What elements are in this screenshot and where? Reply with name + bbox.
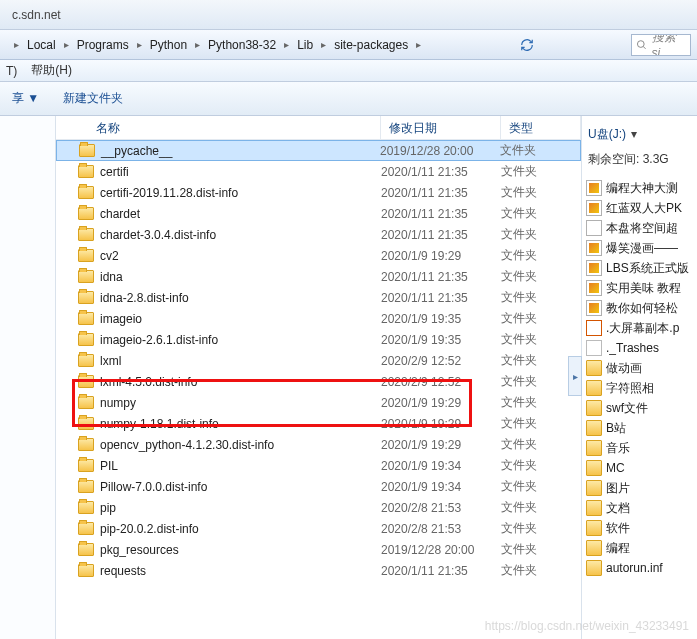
table-row[interactable]: idna2020/1/11 21:35文件夹 <box>56 266 581 287</box>
share-button[interactable]: 享 ▼ <box>12 90 39 107</box>
col-date[interactable]: 修改日期 <box>381 116 501 139</box>
fld-icon <box>586 460 602 476</box>
breadcrumb-segment[interactable]: Lib <box>297 38 313 52</box>
folder-icon <box>78 501 94 514</box>
side-panel: U盘(J:) ▾ 剩余空间: 3.3G 编程大神大测红蓝双人大PK本盘将空间超爆… <box>582 116 697 639</box>
svg-point-0 <box>637 40 644 47</box>
folder-icon <box>78 165 94 178</box>
refresh-icon[interactable] <box>517 35 537 55</box>
side-item[interactable]: 图片 <box>586 478 693 498</box>
expand-side-icon[interactable]: ▸ <box>568 356 582 396</box>
p-icon <box>586 320 602 336</box>
side-item-label: 字符照相 <box>606 380 654 397</box>
file-list-pane: 名称 修改日期 类型 __pycache__2019/12/28 20:00文件… <box>56 116 582 639</box>
table-row[interactable]: certifi-2019.11.28.dist-info2020/1/11 21… <box>56 182 581 203</box>
side-item[interactable]: ._Trashes <box>586 338 693 358</box>
side-item[interactable]: 做动画 <box>586 358 693 378</box>
table-row[interactable]: opencv_python-4.1.2.30.dist-info2020/1/9… <box>56 434 581 455</box>
file-name: opencv_python-4.1.2.30.dist-info <box>100 438 274 452</box>
table-row[interactable]: imageio-2.6.1.dist-info2020/1/9 19:35文件夹 <box>56 329 581 350</box>
table-row[interactable]: PIL2020/1/9 19:34文件夹 <box>56 455 581 476</box>
folder-icon <box>78 375 94 388</box>
side-item[interactable]: 实用美味 教程 <box>586 278 693 298</box>
folder-icon <box>78 543 94 556</box>
file-type: 文件夹 <box>501 499 581 516</box>
breadcrumb-segment[interactable]: Programs <box>77 38 129 52</box>
table-row[interactable]: certifi2020/1/11 21:35文件夹 <box>56 161 581 182</box>
breadcrumb-segment[interactable]: Python <box>150 38 187 52</box>
table-row[interactable]: Pillow-7.0.0.dist-info2020/1/9 19:34文件夹 <box>56 476 581 497</box>
side-item-label: ._Trashes <box>606 341 659 355</box>
table-row[interactable]: chardet2020/1/11 21:35文件夹 <box>56 203 581 224</box>
breadcrumb-segment[interactable]: Python38-32 <box>208 38 276 52</box>
col-type[interactable]: 类型 <box>501 116 581 139</box>
side-item[interactable]: 音乐 <box>586 438 693 458</box>
breadcrumb-segment[interactable]: Local <box>27 38 56 52</box>
file-type: 文件夹 <box>501 310 581 327</box>
fld-icon <box>586 400 602 416</box>
file-date: 2020/1/9 19:35 <box>381 333 501 347</box>
side-item[interactable]: 软件 <box>586 518 693 538</box>
folder-icon <box>78 207 94 220</box>
side-item[interactable]: 本盘将空间超 <box>586 218 693 238</box>
menu-t[interactable]: T) <box>6 64 17 78</box>
side-item[interactable]: swf文件 <box>586 398 693 418</box>
table-row[interactable]: cv22020/1/9 19:29文件夹 <box>56 245 581 266</box>
table-row[interactable]: __pycache__2019/12/28 20:00文件夹 <box>56 140 581 161</box>
folder-icon <box>78 522 94 535</box>
breadcrumb-segment[interactable]: site-packages <box>334 38 408 52</box>
table-row[interactable]: numpy-1.18.1.dist-info2020/1/9 19:29文件夹 <box>56 413 581 434</box>
file-type: 文件夹 <box>501 415 581 432</box>
file-date: 2020/1/9 19:34 <box>381 480 501 494</box>
new-folder-button[interactable]: 新建文件夹 <box>63 90 123 107</box>
fld-icon <box>586 560 602 576</box>
address-bar: ▸Local▸Programs▸Python▸Python38-32▸Lib▸s… <box>0 30 697 60</box>
svg-line-1 <box>643 46 645 48</box>
side-item[interactable]: .大屏幕副本.p <box>586 318 693 338</box>
img-icon <box>586 300 602 316</box>
file-type: 文件夹 <box>501 562 581 579</box>
side-item-label: 图片 <box>606 480 630 497</box>
folder-icon <box>78 564 94 577</box>
table-row[interactable]: imageio2020/1/9 19:35文件夹 <box>56 308 581 329</box>
file-list[interactable]: __pycache__2019/12/28 20:00文件夹certifi202… <box>56 140 581 639</box>
side-item[interactable]: 编程大神大测 <box>586 178 693 198</box>
folder-icon <box>78 270 94 283</box>
side-item[interactable]: 爆笑漫画—— <box>586 238 693 258</box>
side-item[interactable]: 字符照相 <box>586 378 693 398</box>
table-row[interactable]: numpy2020/1/9 19:29文件夹 <box>56 392 581 413</box>
side-item[interactable]: autorun.inf <box>586 558 693 578</box>
doc-icon <box>586 220 602 236</box>
file-date: 2019/12/28 20:00 <box>380 144 500 158</box>
side-item[interactable]: 教你如何轻松 <box>586 298 693 318</box>
file-name: chardet <box>100 207 140 221</box>
table-row[interactable]: pip-20.0.2.dist-info2020/2/8 21:53文件夹 <box>56 518 581 539</box>
table-row[interactable]: chardet-3.0.4.dist-info2020/1/11 21:35文件… <box>56 224 581 245</box>
side-item[interactable]: MC <box>586 458 693 478</box>
side-item[interactable]: 文档 <box>586 498 693 518</box>
chevron-down-icon[interactable]: ▾ <box>631 127 637 141</box>
side-item[interactable]: 红蓝双人大PK <box>586 198 693 218</box>
col-name[interactable]: 名称 <box>56 116 381 139</box>
table-row[interactable]: requests2020/1/11 21:35文件夹 <box>56 560 581 581</box>
folder-icon <box>78 333 94 346</box>
browser-tab[interactable]: c.sdn.net <box>0 4 73 26</box>
file-type: 文件夹 <box>501 205 581 222</box>
breadcrumb[interactable]: ▸Local▸Programs▸Python▸Python38-32▸Lib▸s… <box>6 38 429 52</box>
menu-help[interactable]: 帮助(H) <box>31 62 72 79</box>
side-item[interactable]: LBS系统正式版 <box>586 258 693 278</box>
side-item-label: autorun.inf <box>606 561 663 575</box>
search-input[interactable]: 搜索 si <box>631 34 691 56</box>
table-row[interactable]: pip2020/2/8 21:53文件夹 <box>56 497 581 518</box>
fld-icon <box>586 360 602 376</box>
side-item[interactable]: B站 <box>586 418 693 438</box>
side-item-label: 教你如何轻松 <box>606 300 678 317</box>
file-name: chardet-3.0.4.dist-info <box>100 228 216 242</box>
table-row[interactable]: lxml2020/2/9 12:52文件夹 <box>56 350 581 371</box>
column-headers[interactable]: 名称 修改日期 类型 <box>56 116 581 140</box>
table-row[interactable]: lxml-4.5.0.dist-info2020/2/9 12:52文件夹 <box>56 371 581 392</box>
file-type: 文件夹 <box>501 247 581 264</box>
side-item[interactable]: 编程 <box>586 538 693 558</box>
table-row[interactable]: pkg_resources2019/12/28 20:00文件夹 <box>56 539 581 560</box>
table-row[interactable]: idna-2.8.dist-info2020/1/11 21:35文件夹 <box>56 287 581 308</box>
